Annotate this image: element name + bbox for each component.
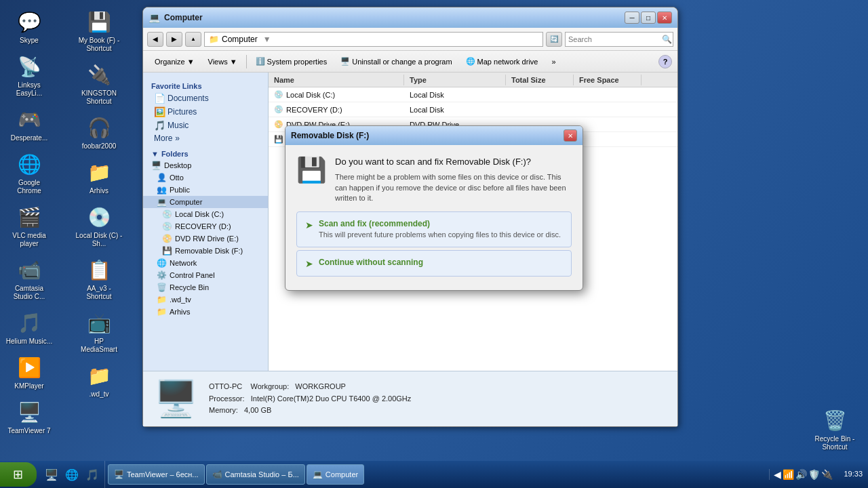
sidebar-item-music[interactable]: 🎵 Music (143, 119, 268, 132)
desktop-icon-foobar[interactable]: 🎧 foobar2000 (73, 111, 125, 153)
up-button[interactable]: ▲ (185, 32, 201, 47)
sidebar-folder-network[interactable]: 🌐 Network (143, 257, 268, 269)
address-folder-icon: 📁 (209, 35, 219, 44)
teamviewer-icon: 🖥️ (16, 399, 43, 426)
arhivs-icon: 📁 (85, 159, 113, 186)
views-button[interactable]: Views ▼ (202, 53, 243, 70)
desktop-icon-chrome[interactable]: 🌐 Google Chrome (3, 148, 56, 198)
toolbar: Organize ▼ Views ▼ ℹ️ System properties … (143, 51, 677, 73)
desktop-icon-kingston[interactable]: 🔌 KINGSTON Shortcut (73, 58, 125, 108)
organize-button[interactable]: Organize ▼ (149, 53, 201, 70)
scan-and-fix-option[interactable]: ➤ Scan and fix (recommended) This will p… (296, 211, 572, 247)
documents-label: Documents (167, 94, 209, 103)
recovery-d-icon: 💿 (162, 222, 172, 231)
local-disk-c-icon: 💿 (162, 209, 172, 219)
sidebar-folder-computer[interactable]: 💻 Computer (143, 196, 268, 208)
desktop-icon-mybook[interactable]: 💾 My Book (F) - Shortcut (73, 5, 125, 56)
sidebar-folder-dvd-e[interactable]: 📀 DVD RW Drive (E:) (143, 232, 268, 245)
uninstall-button[interactable]: 🖥️ Uninstall or change a program (334, 53, 458, 70)
desktop-icon-camtasia[interactable]: 📹 Camtasia Studio C... (3, 253, 56, 304)
quick-launch: 🖥️ 🌐 🎵 (39, 461, 105, 488)
sidebar-folder-wdtv[interactable]: 📁 .wd_tv (143, 293, 268, 306)
documents-icon: 📄 (154, 93, 165, 104)
taskbar-teamviewer[interactable]: 🖥️ TeamViewer – 6ecн... (108, 464, 205, 485)
column-header-size[interactable]: Total Size (506, 75, 574, 85)
desktop-icon-arhivs[interactable]: 📁 Arhivs (73, 156, 125, 198)
sidebar-folder-desktop[interactable]: 🖥️ Desktop (143, 159, 268, 171)
sidebar-folder-removable-f[interactable]: 💾 Removable Disk (F:) (143, 245, 268, 257)
maximize-button[interactable]: □ (641, 12, 656, 24)
control-panel-icon: ⚙️ (157, 270, 167, 280)
skype-label: Skype (20, 37, 39, 45)
sysinfo-icon: ℹ️ (256, 57, 265, 66)
desktop-icon-wdtv[interactable]: 📁 .wd_tv (73, 359, 125, 401)
desktop-icon-linksys[interactable]: 📡 Linksys EasyLi... (3, 50, 56, 100)
recycle-bin-label: Recycle Bin - Shortcut (811, 435, 859, 451)
column-header-name[interactable]: Name (269, 75, 404, 85)
local-disk-c-file-name: Local Disk (C:) (286, 91, 335, 99)
search-input[interactable] (568, 35, 662, 43)
desktop-icon-kmplayer[interactable]: ▶️ KMPlayer (3, 351, 56, 393)
refresh-button[interactable]: 🔄 (546, 32, 562, 47)
processor-value: Intel(R) Core(TM)2 Duo CPU T6400 @ 2.00G… (251, 394, 412, 403)
desktop-icon-local-disk-shortcut[interactable]: 💿 Local Disk (C) - Sh... (73, 201, 125, 251)
aav3-label: AA_v3 - Shortcut (75, 285, 123, 301)
file-item-local-disk-c[interactable]: 💿 Local Disk (C:) Local Disk (269, 87, 677, 102)
more-toolbar-button[interactable]: » (545, 53, 561, 70)
system-properties-button[interactable]: ℹ️ System properties (250, 53, 334, 70)
dvd-e-label: DVD RW Drive (E:) (175, 235, 239, 243)
desktop-icon-hp[interactable]: 📺 HP MediaSmart (73, 306, 125, 357)
tray-volume-icon[interactable]: 🔊 (795, 469, 807, 480)
sidebar-item-pictures[interactable]: 🖼️ Pictures (143, 105, 268, 119)
tray-network-icon[interactable]: 📶 (783, 469, 794, 480)
dialog-body: 💾 Do you want to scan and fix Removable … (285, 145, 583, 290)
sidebar-folder-local-disk-c[interactable]: 💿 Local Disk (C:) (143, 208, 268, 220)
desktop-icon-desperate[interactable]: 🎮 Desperate... (3, 103, 56, 145)
map-network-label: Map network drive (477, 58, 538, 66)
desktop-icon-recycle-bin[interactable]: 🗑️ Recycle Bin - Shortcut (808, 404, 861, 454)
sidebar-item-more[interactable]: More » (143, 132, 268, 144)
local-disk-c-label: Local Disk (C:) (175, 210, 224, 218)
minimize-button[interactable]: ─ (625, 12, 639, 24)
continue-without-scanning-option[interactable]: ➤ Continue without scanning (296, 250, 572, 277)
sidebar-folder-recovery-d[interactable]: 💿 RECOVERY (D:) (143, 220, 268, 232)
clock: 19:33 (840, 469, 863, 479)
window-title: Computer (164, 13, 203, 22)
ie-quick-button[interactable]: 🌐 (62, 465, 81, 484)
tray-security-icon[interactable]: 🛡️ (808, 469, 820, 480)
tray-usb-icon[interactable]: 🔌 (821, 469, 833, 480)
taskbar-camtasia[interactable]: 📹 Camtasia Studio – Б... (206, 464, 305, 485)
map-network-button[interactable]: 🌐 Map network drive (460, 53, 545, 70)
sidebar-folder-recycle-bin[interactable]: 🗑️ Recycle Bin (143, 281, 268, 293)
column-header-type[interactable]: Type (404, 75, 506, 85)
address-input[interactable]: 📁 Computer ▼ (204, 32, 543, 47)
desktop-icon-teamviewer[interactable]: 🖥️ TeamViewer 7 (3, 396, 56, 438)
desktop-icon-aav3[interactable]: 📋 AA_v3 - Shortcut (73, 253, 125, 304)
dialog-close-button[interactable]: ✕ (564, 129, 577, 142)
taskbar: ⊞ 🖥️ 🌐 🎵 🖥️ TeamViewer – 6ecн... 📹 Camta… (0, 461, 868, 488)
forward-button[interactable]: ▶ (166, 32, 182, 47)
desktop: 💬 Skype 📡 Linksys EasyLi... 🎮 Desperate.… (0, 0, 868, 488)
desktop-icon-vlc[interactable]: 🎬 VLC media player (3, 201, 56, 251)
media-quick-button[interactable]: 🎵 (83, 465, 102, 484)
file-item-recovery-d[interactable]: 💿 RECOVERY (D:) Local Disk (269, 102, 677, 117)
help-button[interactable]: ? (658, 55, 672, 68)
back-button[interactable]: ◀ (147, 32, 163, 47)
sidebar-item-documents[interactable]: 📄 Documents (143, 92, 268, 105)
desktop-icon-helium[interactable]: 🎵 Helium Music... (3, 306, 56, 348)
sidebar-folder-public[interactable]: 👥 Public (143, 184, 268, 196)
sidebar-folder-control-panel[interactable]: ⚙️ Control Panel (143, 269, 268, 281)
show-desktop-button[interactable]: 🖥️ (42, 465, 61, 484)
column-header-free[interactable]: Free Space (574, 75, 642, 85)
desktop-icon-skype[interactable]: 💬 Skype (3, 5, 56, 47)
wdtv-icon: 📁 (85, 362, 113, 389)
sidebar-folder-otto[interactable]: 👤 Otto (143, 171, 268, 184)
removable-f-icon: 💾 (162, 246, 172, 256)
start-button[interactable]: ⊞ (0, 462, 37, 487)
taskbar-computer[interactable]: 💻 Computer (307, 464, 364, 485)
tray-arrow-icon[interactable]: ◀ (774, 469, 781, 480)
status-bar: 🖥️ OTTO-PC Workgroup: WORKGROUP Processo… (143, 371, 677, 426)
close-button[interactable]: ✕ (657, 12, 672, 24)
aav3-icon: 📋 (85, 256, 113, 283)
sidebar-folder-arhivs[interactable]: 📁 Arhivs (143, 306, 268, 318)
